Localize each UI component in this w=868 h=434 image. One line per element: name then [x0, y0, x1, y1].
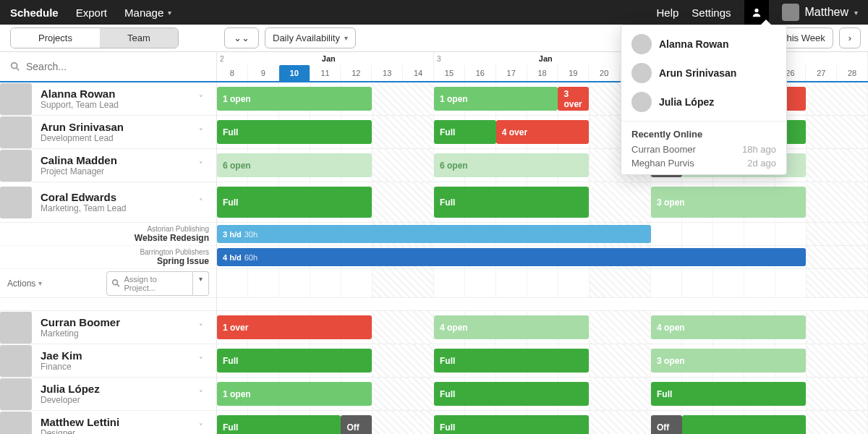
day-17[interactable]: 17	[496, 65, 527, 81]
availability-bar[interactable]: Full	[434, 187, 589, 218]
person-name: Matthew Lettini	[41, 416, 119, 428]
avatar	[0, 116, 32, 148]
svg-line-4	[117, 284, 119, 286]
nav-help[interactable]: Help	[656, 7, 678, 19]
availability-row: FullOffFullOff	[217, 411, 868, 434]
person-row: Arun Srinivasan Development Lead ˅	[0, 116, 216, 149]
popover-recent[interactable]: Curran Boomer18h ago	[621, 142, 786, 156]
availability-bar[interactable]: 4 over	[496, 120, 590, 144]
svg-point-1	[12, 63, 17, 69]
project-bar[interactable]: 3 h/d30h	[217, 225, 651, 243]
chevron-down-icon: ▾	[854, 9, 858, 17]
day-14[interactable]: 14	[403, 65, 434, 81]
availability-bar[interactable]: 3 open	[651, 187, 806, 218]
nav-export[interactable]: Export	[76, 7, 107, 19]
day-11[interactable]: 11	[310, 65, 341, 81]
svg-line-2	[17, 68, 20, 71]
expand-toggle[interactable]: ˄	[199, 197, 203, 207]
day-20[interactable]: 20	[589, 65, 620, 81]
availability-bar[interactable]: 1 over	[217, 315, 372, 339]
avatar	[0, 83, 32, 115]
expand-toggle[interactable]: ˅	[199, 94, 203, 103]
availability-bar[interactable]: 1 open	[217, 382, 372, 406]
availability-bar[interactable]: 3 open	[651, 349, 806, 373]
expand-toggle[interactable]: ˅	[199, 161, 203, 170]
search-icon	[111, 278, 122, 289]
availability-bar[interactable]: Full	[217, 187, 372, 218]
expand-toggle[interactable]: ˅	[199, 389, 203, 399]
day-13[interactable]: 13	[372, 65, 403, 81]
availability-bar[interactable]: 4 open	[434, 315, 589, 339]
avatar	[631, 63, 652, 83]
day-8[interactable]: 8	[217, 65, 248, 81]
person-row: Alanna Rowan Support, Team Lead ˅	[0, 82, 216, 116]
person-name: Calina Madden	[41, 154, 117, 166]
availability-bar[interactable]: Full	[434, 120, 496, 144]
avatar	[631, 34, 652, 54]
availability-bar[interactable]: 1 open	[434, 87, 558, 111]
day-28[interactable]: 28	[837, 65, 868, 81]
day-10[interactable]: 10	[279, 65, 310, 81]
popover-recent[interactable]: Meghan Purvis2d ago	[621, 156, 786, 170]
day-16[interactable]: 16	[465, 65, 496, 81]
person-row: Coral Edwards Marketing, Team Lead ˄	[0, 182, 216, 223]
search-box[interactable]	[10, 61, 206, 72]
availability-bar[interactable]	[682, 415, 806, 434]
assign-dropdown[interactable]: ▾	[193, 271, 209, 296]
availability-bar[interactable]: Off	[651, 415, 682, 434]
availability-bar[interactable]: Full	[217, 349, 372, 373]
day-15[interactable]: 15	[434, 65, 465, 81]
seg-team[interactable]: Team	[100, 28, 178, 48]
availability-bar[interactable]: 6 open	[217, 153, 372, 177]
nav-settings[interactable]: Settings	[692, 7, 731, 19]
expand-toggle[interactable]: ˅	[199, 323, 203, 332]
availability-bar[interactable]: Full	[651, 382, 806, 406]
nav-schedule[interactable]: Schedule	[10, 7, 59, 19]
avatar	[0, 378, 32, 410]
actions-menu[interactable]: Actions ▾	[7, 278, 42, 289]
availability-bar[interactable]: Full	[217, 120, 372, 144]
view-mode-select[interactable]: Daily Availability▾	[265, 27, 356, 48]
availability-bar[interactable]: Off	[341, 415, 372, 434]
person-role: Finance	[41, 362, 82, 372]
view-segmented: Projects Team	[10, 27, 179, 48]
availability-bar[interactable]: Full	[434, 349, 589, 373]
person-row: Jae Kim Finance ˅	[0, 344, 216, 378]
availability-row: FullFull3 open	[217, 344, 868, 378]
person-row: Julia López Developer ˅	[0, 378, 216, 411]
day-27[interactable]: 27	[806, 65, 837, 81]
person-role: Designer	[41, 428, 119, 434]
person-role: Marketing, Team Lead	[41, 203, 127, 213]
avatar	[0, 412, 32, 435]
day-9[interactable]: 9	[248, 65, 279, 81]
expand-toggle[interactable]: ˅	[199, 356, 203, 365]
current-user[interactable]: Matthew▾	[782, 4, 858, 21]
availability-bar[interactable]: Full	[434, 415, 589, 434]
avatar	[0, 345, 32, 377]
seg-projects[interactable]: Projects	[11, 28, 100, 48]
expand-toggle[interactable]: ˅	[199, 422, 203, 432]
expand-all-button[interactable]: ⌄⌄	[224, 27, 259, 48]
availability-bar[interactable]: 4 open	[651, 315, 806, 339]
project-bar[interactable]: 4 h/d60h	[217, 248, 806, 266]
day-19[interactable]: 19	[558, 65, 589, 81]
assign-project-input[interactable]: Assign to Project...	[106, 271, 193, 296]
expand-toggle[interactable]: ˅	[199, 127, 203, 137]
availability-bar[interactable]: Full	[434, 382, 589, 406]
day-12[interactable]: 12	[341, 65, 372, 81]
popover-section-header: Recently Online	[621, 126, 786, 142]
popover-person[interactable]: Arun Srinivasan	[621, 59, 786, 88]
day-18[interactable]: 18	[527, 65, 558, 81]
person-role: Marketing	[41, 328, 120, 339]
availability-bar[interactable]: 1 open	[217, 87, 372, 111]
popover-person[interactable]: Alanna Rowan	[621, 30, 786, 59]
availability-bar[interactable]: 3 over	[558, 87, 589, 111]
search-input[interactable]	[26, 61, 206, 72]
avatar	[782, 4, 799, 21]
next-button[interactable]: ›	[839, 27, 861, 48]
popover-person[interactable]: Julia López	[621, 88, 786, 116]
availability-bar[interactable]: 6 open	[434, 153, 589, 177]
person-role: Project Manager	[41, 166, 117, 176]
nav-manage[interactable]: Manage▾	[124, 7, 171, 19]
availability-bar[interactable]: Full	[217, 415, 341, 434]
